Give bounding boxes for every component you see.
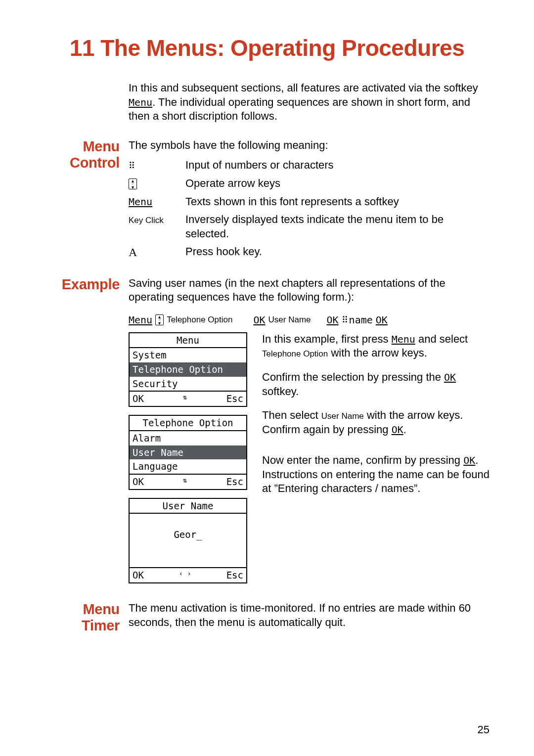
screen-item: User Name: [130, 445, 246, 460]
screen-title: User Name: [130, 499, 246, 514]
example-lead: Saving user names (in the next chapters …: [129, 276, 490, 305]
symbol-desc: Operate arrow keys: [185, 175, 490, 193]
seq-softkey: OK: [253, 313, 265, 326]
phone-screen: MenuSystemTelephone OptionSecurityOK⇅Esc: [129, 332, 247, 407]
symbol-cell: A: [129, 243, 185, 262]
softkey-ok: OK: [392, 424, 403, 436]
screen-foot-mid: ⇅: [183, 476, 187, 488]
menuitem: User Name: [321, 411, 364, 421]
keypad-icon: ⠿: [342, 314, 346, 325]
arrow-key-icon: ▴○▾: [155, 314, 164, 325]
heading-example: Example: [62, 276, 120, 292]
intro-paragraph: In this and subsequent sections, all fea…: [129, 81, 490, 124]
screen-title: Telephone Option: [130, 416, 246, 431]
sequence-line: Menu ▴○▾ Telephone Option OK User Name O…: [129, 313, 490, 326]
screen-item: Language: [130, 459, 246, 474]
symbol-cell: Menu: [129, 193, 185, 211]
screen-foot-mid: ‹ ›: [179, 569, 191, 581]
example-desc-4: Now enter the name, confirm by pressing …: [262, 453, 490, 496]
symbol-desc: Input of numbers or characters: [185, 156, 490, 175]
menuitem: Telephone Option: [262, 349, 328, 358]
chapter-number: 11: [70, 35, 94, 61]
phone-screen: User NameGeor_OK‹ ›Esc: [129, 498, 247, 583]
menu-control-lead: The symbols have the following meaning:: [129, 138, 490, 153]
arrow-key-icon: ▴○▾: [129, 178, 137, 189]
screen-item: Telephone Option: [130, 362, 246, 377]
phone-screen: Telephone OptionAlarmUser NameLanguageOK…: [129, 415, 247, 489]
symbol-cell: Key Click: [129, 211, 185, 243]
heading-menu-control: Menu Control: [70, 138, 120, 171]
seq-softkey: OK: [376, 313, 388, 326]
screen-foot-left: OK: [133, 476, 144, 488]
screen-item: Alarm: [130, 431, 246, 445]
softkey-ok: OK: [463, 454, 475, 466]
example-desc-3: Then select User Name with the arrow key…: [262, 408, 490, 437]
symbol-desc: Texts shown in this font represents a so…: [185, 193, 490, 211]
screen-title: Menu: [130, 333, 246, 349]
screen-foot-left: OK: [133, 569, 144, 581]
screen-body: Geor_: [130, 514, 246, 567]
inverse-label: Key Click: [129, 216, 164, 225]
screen-foot-right: Esc: [226, 476, 243, 488]
softkey-ok: OK: [444, 371, 456, 383]
chapter-title: 11 The Menus: Operating Procedures: [44, 35, 490, 61]
chapter-title-text: The Menus: Operating Procedures: [100, 35, 464, 61]
keypad-icon: ⠿: [129, 160, 133, 171]
screen-item: System: [130, 348, 246, 362]
page-number: 25: [478, 723, 490, 736]
hook-key-icon: A: [129, 246, 137, 259]
screen-item: Security: [130, 377, 246, 391]
heading-menu-timer: Menu Timer: [82, 601, 120, 633]
menu-timer-text: The menu activation is time-monitored. I…: [129, 601, 490, 634]
example-desc-1: In this example, first press Menu and se…: [262, 332, 490, 360]
symbol-desc: Inversely displayed texts indicate the m…: [185, 211, 490, 243]
screen-foot-right: Esc: [226, 569, 243, 581]
seq-menuitem: Telephone Option: [167, 314, 232, 325]
seq-menuitem: User Name: [268, 314, 311, 325]
screen-foot-mid: ⇅: [183, 393, 187, 405]
softkey-label: Menu: [129, 196, 152, 208]
symbol-desc: Press hook key.: [185, 243, 490, 262]
example-desc-2: Confirm the selection by pressing the OK…: [262, 370, 490, 399]
seq-softkey: OK: [327, 313, 339, 326]
symbol-cell: ⠿: [129, 156, 185, 175]
screen-foot-right: Esc: [226, 393, 243, 405]
softkey-menu: Menu: [392, 333, 415, 345]
screen-foot-left: OK: [133, 393, 144, 405]
seq-input: name: [349, 313, 373, 326]
seq-softkey: Menu: [129, 313, 152, 326]
softkey-menu: Menu: [129, 96, 152, 108]
symbol-cell: ▴○▾: [129, 175, 185, 193]
